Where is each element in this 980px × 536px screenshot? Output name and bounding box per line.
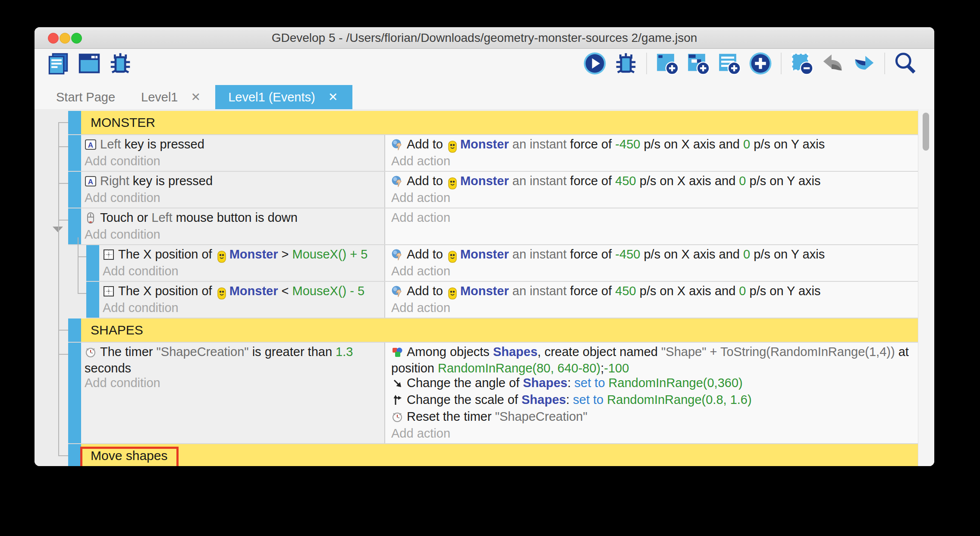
conditions-cell: The X position of Monster < MouseX() - 5…: [99, 282, 385, 318]
conditions-cell: ARight key is pressedAdd condition: [81, 172, 385, 208]
text-segment: p/s on Y axis: [750, 247, 825, 261]
monster-icon: [447, 286, 458, 300]
condition[interactable]: The timer "ShapeCreation" is greater tha…: [85, 345, 382, 375]
event-row: The timer "ShapeCreation" is greater tha…: [68, 343, 918, 444]
event-indent-bar: [68, 208, 81, 244]
title-bar: GDevelop 5 - /Users/florian/Downloads/ge…: [35, 27, 934, 49]
tab-start-page[interactable]: Start Page: [43, 85, 128, 109]
event-row: ARight key is pressedAdd conditionAdd to…: [68, 172, 918, 208]
scrollbar-track[interactable]: [918, 109, 934, 466]
actions-cell: Add action: [385, 208, 918, 244]
add-action-button[interactable]: Add action: [391, 191, 916, 205]
tab-level1-events[interactable]: Level1 (Events)✕: [215, 85, 352, 109]
text-segment: [605, 376, 609, 390]
group-label: MONSTER: [81, 115, 155, 130]
condition[interactable]: The X position of Monster < MouseX() - 5: [103, 284, 382, 300]
add-event-icon[interactable]: [655, 51, 680, 76]
text-segment: -100: [604, 361, 629, 375]
timer-icon: [391, 411, 403, 426]
add-condition-button[interactable]: Add condition: [103, 264, 382, 278]
condition[interactable]: ARight key is pressed: [85, 174, 382, 190]
event-indent-bar: [68, 111, 81, 134]
add-condition-button[interactable]: Add condition: [103, 301, 382, 315]
tab-close-icon[interactable]: ✕: [327, 90, 340, 104]
group-label: Move shapes: [81, 448, 167, 463]
play-icon[interactable]: [582, 51, 607, 76]
action[interactable]: Add to Monster an instant force of -450 …: [391, 247, 916, 264]
text-segment: 450: [615, 174, 636, 188]
toolbar: [35, 49, 934, 78]
text-segment: an instant: [509, 137, 570, 151]
text-segment: Touch or: [100, 211, 151, 224]
group-label: SHAPES: [81, 323, 143, 337]
text-segment: Shapes: [521, 393, 566, 407]
mouse-icon: [85, 212, 97, 227]
actions-cell: Add to Monster an instant force of 450 p…: [385, 172, 918, 208]
text-segment: force of: [570, 174, 616, 188]
group-header[interactable]: MONSTER: [81, 111, 918, 134]
text-segment: <: [278, 284, 292, 298]
angle-icon: [391, 377, 403, 392]
add-subevent-icon[interactable]: [686, 51, 711, 76]
action[interactable]: Change the angle of Shapes: set to Rando…: [391, 376, 916, 392]
conditions-cell: Touch or Left mouse button is downAdd co…: [81, 208, 385, 244]
text-segment: MouseX() - 5: [292, 284, 365, 298]
text-segment: Monster: [229, 247, 278, 261]
event-row: ALeft key is pressedAdd conditionAdd to …: [68, 135, 918, 172]
text-segment: 0: [743, 247, 750, 261]
text-segment: Add to: [407, 174, 446, 188]
search-icon[interactable]: [893, 51, 918, 76]
tab-close-icon[interactable]: ✕: [189, 90, 203, 104]
undo-icon[interactable]: [820, 51, 845, 76]
action[interactable]: Among objects Shapes, create object name…: [391, 345, 916, 375]
condition[interactable]: ALeft key is pressed: [85, 137, 382, 154]
monster-icon: [217, 249, 227, 264]
add-action-button[interactable]: Add action: [391, 154, 916, 168]
scene-window-icon[interactable]: [77, 51, 102, 76]
text-segment: The timer: [100, 345, 157, 359]
redo-icon[interactable]: [851, 51, 876, 76]
tree-connector: [78, 256, 86, 257]
collapse-arrow-icon[interactable]: [53, 227, 63, 232]
add-action-button[interactable]: Add action: [391, 301, 916, 315]
action[interactable]: Add to Monster an instant force of 450 p…: [391, 284, 916, 300]
text-segment: force of: [570, 284, 616, 298]
add-condition-button[interactable]: Add condition: [85, 191, 382, 205]
delete-event-icon[interactable]: [789, 51, 814, 76]
add-action-button[interactable]: Add action: [391, 264, 916, 278]
debugger-icon[interactable]: [613, 51, 638, 76]
actions-cell: Add to Monster an instant force of -450 …: [385, 245, 918, 281]
scrollbar-thumb[interactable]: [923, 113, 929, 151]
action[interactable]: Add to Monster an instant force of 450 p…: [391, 174, 916, 190]
debugger-icon[interactable]: [108, 51, 133, 76]
tree-connector: [58, 146, 68, 147]
svg-text:A: A: [88, 141, 93, 149]
keyboard-icon: A: [85, 175, 97, 190]
text-segment: MouseX() + 5: [292, 247, 368, 261]
add-condition-button[interactable]: Add condition: [85, 154, 382, 168]
event-indent-bar: [68, 135, 81, 171]
action[interactable]: Add to Monster an instant force of -450 …: [391, 137, 916, 154]
project-manager-icon[interactable]: [46, 51, 71, 76]
position-icon: [103, 249, 115, 264]
text-segment: Shapes: [523, 376, 567, 390]
text-segment: :: [566, 393, 573, 407]
add-comment-icon[interactable]: [717, 51, 742, 76]
condition[interactable]: The X position of Monster > MouseX() + 5: [103, 247, 382, 264]
add-condition-button[interactable]: Add condition: [85, 376, 382, 390]
tab-label: Level1: [141, 90, 178, 104]
group-header[interactable]: Move shapes: [81, 444, 918, 466]
tab-label: Level1 (Events): [228, 90, 315, 104]
add-action-button[interactable]: Add action: [391, 426, 916, 441]
add-circle-icon[interactable]: [748, 51, 773, 76]
add-condition-button[interactable]: Add condition: [85, 227, 382, 242]
condition[interactable]: Touch or Left mouse button is down: [85, 211, 382, 227]
text-segment: :: [567, 376, 574, 390]
action[interactable]: Change the scale of Shapes: set to Rando…: [391, 393, 916, 409]
text-segment: RandomInRange(0.8, 1.6): [607, 393, 751, 407]
tab-level1[interactable]: Level1✕: [128, 85, 215, 109]
add-action-button[interactable]: Add action: [391, 211, 916, 225]
action[interactable]: Reset the timer "ShapeCreation": [391, 410, 916, 426]
force-icon: [391, 175, 403, 190]
group-header[interactable]: SHAPES: [81, 318, 918, 342]
